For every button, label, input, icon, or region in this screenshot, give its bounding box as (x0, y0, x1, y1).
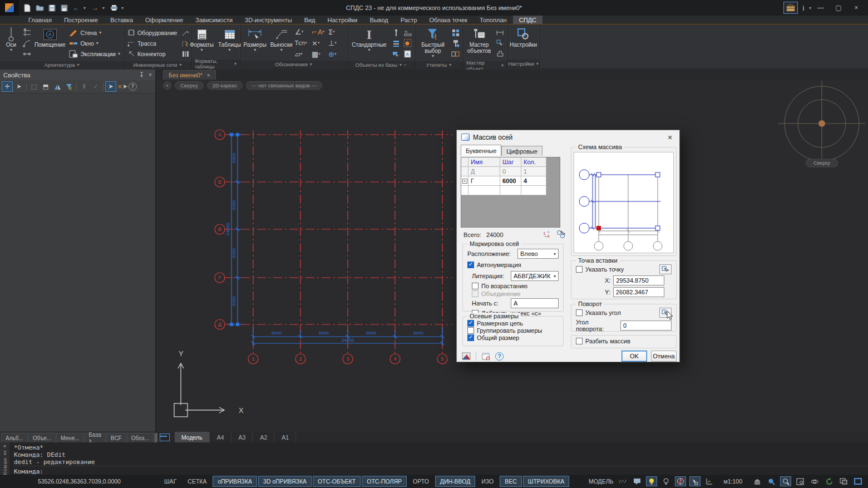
layout-tab-a3[interactable]: A3 (232, 432, 253, 442)
toggle-otrack-polar[interactable]: ОТС-ПОЛЯР (362, 476, 407, 487)
insert-object-icon[interactable] (391, 48, 401, 59)
document-close-icon[interactable]: × (207, 72, 210, 78)
slope-button[interactable]: ⊕▾ (328, 48, 345, 60)
panel-tab-annotations[interactable]: Обоз... (127, 433, 154, 442)
viewport-visualstyle-control[interactable]: 2D-каркас (207, 81, 243, 90)
group-caption-engineering[interactable]: Инженерные сети▾ (124, 61, 191, 68)
bolt-icon[interactable] (391, 27, 401, 38)
rect-select-tool[interactable]: ⬚ (28, 81, 40, 92)
group-caption-annotations[interactable]: Обозначения▾ (240, 61, 347, 68)
dialog-launcher-icon[interactable]: ⌐ (404, 62, 407, 67)
window-button[interactable]: Окно ▾ (67, 38, 122, 48)
move-selection-tool[interactable]: ⬆ (78, 81, 90, 92)
fasteners-icon[interactable] (391, 38, 401, 48)
formats-button[interactable]: Форматы ▾ (190, 26, 214, 58)
toggle-lineweight[interactable]: ВЕС (500, 476, 522, 487)
regen-icon[interactable] (823, 476, 835, 486)
print-icon[interactable] (109, 3, 119, 13)
table-row-empty[interactable] (461, 186, 560, 195)
qat-customize-icon[interactable]: ▾ (121, 6, 126, 11)
license-manager-icon[interactable] (783, 2, 798, 14)
pan-hand-icon[interactable] (751, 476, 762, 486)
profile-icon[interactable] (495, 48, 505, 59)
panel-tab-albums[interactable]: Альб... (1, 433, 28, 442)
equipment-button[interactable]: Оборудование (126, 27, 179, 38)
zoom-window-icon[interactable] (780, 476, 791, 486)
apply-selection-tool[interactable]: ✓ (90, 81, 101, 92)
tables-button[interactable]: Таблицы ▾ (218, 26, 242, 58)
dim-control-icon[interactable] (495, 27, 505, 38)
axes-array-icon[interactable] (22, 27, 32, 38)
template-icon[interactable] (480, 351, 491, 361)
clear-selection-tool[interactable]: ×➤ (117, 81, 128, 92)
view-locator-wheel[interactable]: Сверху (778, 81, 865, 167)
tab-letter-axes[interactable]: Буквенные (461, 145, 501, 156)
group-caption-utilities[interactable]: Утилиты▾ (415, 61, 462, 68)
dimensions-button[interactable]: Размеры ▾ (242, 26, 268, 60)
level-mark-button[interactable]: ⌐A▾ (312, 26, 328, 37)
annotation-scale[interactable]: м1:100 (718, 478, 748, 485)
explode-checkbox[interactable] (576, 338, 583, 344)
info-caret-icon[interactable]: ▾ (809, 6, 811, 11)
toggle-grid[interactable]: СЕТКА (183, 476, 211, 487)
pin-icon[interactable] (139, 72, 144, 77)
annotation-note-icon[interactable] (632, 476, 643, 486)
tab-oblaka-tochek[interactable]: Облака точек (423, 16, 474, 24)
room-button[interactable]: A Помещение (33, 26, 66, 60)
explication-button[interactable]: Экспликации ▾ (67, 48, 122, 59)
dim-chain-checkbox[interactable] (467, 320, 474, 327)
tab-vyvod[interactable]: Вывод (363, 16, 394, 24)
graph-axes-icon[interactable] (704, 476, 715, 486)
single-axis-icon[interactable] (22, 48, 32, 59)
fullscreen-icon[interactable] (852, 476, 864, 486)
cancel-button[interactable]: Отмена (651, 351, 677, 362)
quick-select-button[interactable]: Быстрый выбор ▾ (417, 26, 449, 60)
viewport-config-icon[interactable] (838, 476, 849, 486)
renumber-icon[interactable]: 14 (541, 229, 553, 239)
settings-button[interactable]: Настройки (509, 26, 537, 58)
angle-dim-button[interactable]: ∠▾ (295, 26, 312, 37)
toggle-ortho[interactable]: ОРТО (408, 476, 434, 487)
tab-topoplan[interactable]: Топоплан (474, 16, 513, 24)
layout-tab-a4[interactable]: A4 (210, 432, 231, 442)
help-icon[interactable]: ? (129, 82, 137, 91)
save-icon[interactable] (47, 3, 57, 13)
cell-name[interactable]: Г (468, 176, 500, 186)
toggle-hatch[interactable]: ШТРИХОВКА (523, 476, 570, 487)
info-menu[interactable]: i (799, 4, 808, 12)
undo-caret-icon[interactable]: ▾ (83, 6, 88, 11)
select-cursor-status-icon[interactable] (689, 476, 701, 486)
axes-button[interactable]: Оси ▾ (2, 26, 21, 60)
group-caption-object-master[interactable]: Мастер объект...▾ (463, 61, 507, 70)
toggle-iso[interactable]: ИЗО (476, 476, 499, 487)
layout-tab-a1[interactable]: A1 (275, 432, 296, 442)
overall-dim-checkbox[interactable] (467, 334, 474, 341)
ok-button[interactable]: OK (622, 351, 647, 362)
command-close-icon[interactable]: × (3, 443, 6, 449)
orbit-icon[interactable] (809, 476, 820, 486)
autonumber-checkbox[interactable] (467, 262, 474, 268)
annoscale-bulb-icon[interactable] (646, 476, 657, 486)
route-button[interactable]: Трасса (126, 38, 179, 48)
group-select-icon[interactable] (402, 38, 413, 48)
toggle-3d-osnap[interactable]: 3D оПРИВЯЗКА (258, 476, 312, 487)
start-with-input[interactable] (511, 298, 559, 308)
x-input[interactable] (613, 275, 664, 285)
break-button[interactable]: ×▾ (312, 37, 328, 48)
tab-postroenie[interactable]: Построение (58, 16, 104, 24)
object-master-button[interactable]: Мастер объектов (465, 26, 494, 60)
select-cursor-tool[interactable]: ➤ (13, 81, 24, 92)
zoom-realtime-icon[interactable] (766, 476, 777, 486)
group-caption-architecture[interactable]: Архитектура▾ (0, 61, 124, 68)
pick-angle-checkbox[interactable] (576, 309, 583, 316)
placement-select[interactable]: Влево ▾ (517, 249, 559, 259)
pointer-tool[interactable]: ➤ (105, 81, 116, 92)
lasso-select-tool[interactable]: ⬒ (40, 81, 51, 92)
attribute-doc-icon[interactable]: A (402, 48, 413, 59)
pick-point-checkbox[interactable] (576, 266, 583, 273)
table-row[interactable]: + Г 6000 4 (461, 176, 560, 186)
minimize-button[interactable]: — (812, 2, 829, 14)
redo-icon[interactable]: → (90, 3, 100, 13)
zoom-extents-icon[interactable] (795, 476, 806, 486)
filter-tool[interactable] (63, 81, 75, 92)
